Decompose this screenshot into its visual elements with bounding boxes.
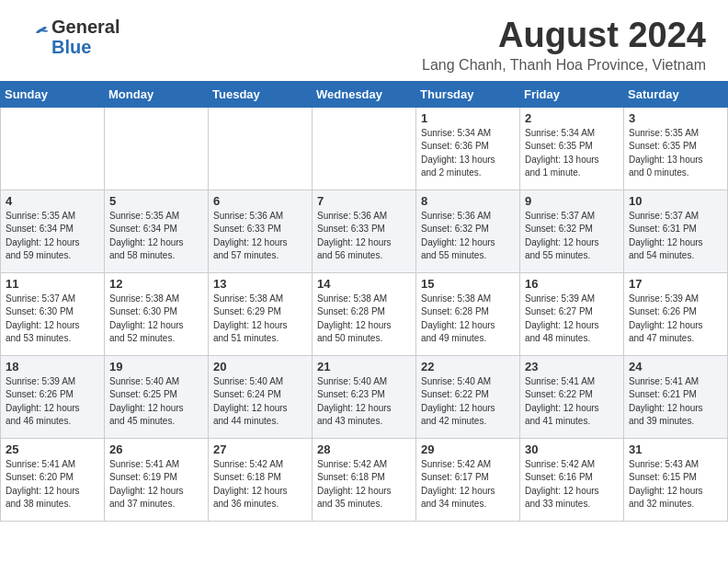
col-header-saturday: Saturday [624, 81, 728, 107]
day-info: Sunrise: 5:36 AM Sunset: 6:33 PM Dayligh… [317, 211, 392, 261]
day-number: 1 [421, 111, 515, 125]
col-header-friday: Friday [520, 81, 624, 107]
day-number: 18 [6, 360, 99, 373]
day-cell: 15Sunrise: 5:38 AM Sunset: 6:28 PM Dayli… [416, 272, 520, 355]
calendar-table: SundayMondayTuesdayWednesdayThursdayFrid… [0, 81, 728, 522]
day-cell: 22Sunrise: 5:40 AM Sunset: 6:22 PM Dayli… [416, 355, 520, 438]
day-cell: 6Sunrise: 5:36 AM Sunset: 6:33 PM Daylig… [209, 190, 313, 272]
day-info: Sunrise: 5:34 AM Sunset: 6:36 PM Dayligh… [421, 128, 495, 178]
day-cell: 9Sunrise: 5:37 AM Sunset: 6:32 PM Daylig… [520, 190, 624, 272]
col-header-tuesday: Tuesday [209, 81, 313, 107]
logo-blue: Blue [51, 37, 119, 57]
day-cell: 4Sunrise: 5:35 AM Sunset: 6:34 PM Daylig… [1, 190, 105, 272]
col-header-sunday: Sunday [1, 81, 105, 107]
day-number: 24 [629, 360, 722, 373]
day-cell [1, 107, 105, 190]
day-cell [209, 107, 313, 190]
day-cell: 30Sunrise: 5:42 AM Sunset: 6:16 PM Dayli… [520, 438, 624, 521]
day-info: Sunrise: 5:42 AM Sunset: 6:18 PM Dayligh… [317, 459, 392, 510]
day-info: Sunrise: 5:41 AM Sunset: 6:22 PM Dayligh… [525, 376, 599, 427]
day-cell: 16Sunrise: 5:39 AM Sunset: 6:27 PM Dayli… [520, 272, 624, 355]
page-header: General Blue August 2024 Lang Chanh, Tha… [0, 0, 728, 81]
week-row-2: 4Sunrise: 5:35 AM Sunset: 6:34 PM Daylig… [1, 190, 728, 272]
logo-text: General Blue [51, 17, 119, 57]
day-cell: 10Sunrise: 5:37 AM Sunset: 6:31 PM Dayli… [624, 190, 728, 272]
day-number: 9 [525, 194, 619, 208]
day-cell: 5Sunrise: 5:35 AM Sunset: 6:34 PM Daylig… [105, 190, 209, 272]
day-info: Sunrise: 5:41 AM Sunset: 6:19 PM Dayligh… [109, 459, 184, 510]
day-number: 19 [109, 360, 203, 373]
day-number: 28 [317, 442, 411, 456]
col-header-wednesday: Wednesday [313, 81, 416, 107]
day-cell: 19Sunrise: 5:40 AM Sunset: 6:25 PM Dayli… [105, 355, 209, 438]
week-row-3: 11Sunrise: 5:37 AM Sunset: 6:30 PM Dayli… [1, 272, 728, 355]
day-number: 11 [6, 277, 99, 291]
day-info: Sunrise: 5:41 AM Sunset: 6:20 PM Dayligh… [6, 459, 80, 510]
day-cell: 28Sunrise: 5:42 AM Sunset: 6:18 PM Dayli… [313, 438, 416, 521]
title-block: August 2024 Lang Chanh, Thanh Hoa Provin… [422, 17, 706, 74]
day-info: Sunrise: 5:39 AM Sunset: 6:26 PM Dayligh… [629, 293, 703, 344]
calendar-header-row: SundayMondayTuesdayWednesdayThursdayFrid… [1, 81, 728, 107]
day-number: 30 [525, 442, 619, 456]
day-number: 10 [629, 194, 722, 208]
day-info: Sunrise: 5:40 AM Sunset: 6:23 PM Dayligh… [317, 376, 392, 427]
day-info: Sunrise: 5:37 AM Sunset: 6:32 PM Dayligh… [525, 211, 599, 261]
day-cell: 7Sunrise: 5:36 AM Sunset: 6:33 PM Daylig… [313, 190, 416, 272]
day-info: Sunrise: 5:35 AM Sunset: 6:34 PM Dayligh… [6, 211, 80, 261]
day-number: 12 [109, 277, 203, 291]
day-number: 5 [109, 194, 203, 208]
day-cell: 3Sunrise: 5:35 AM Sunset: 6:35 PM Daylig… [624, 107, 728, 190]
month-year: August 2024 [422, 17, 706, 55]
day-info: Sunrise: 5:40 AM Sunset: 6:22 PM Dayligh… [421, 376, 495, 427]
day-info: Sunrise: 5:41 AM Sunset: 6:21 PM Dayligh… [629, 376, 703, 427]
day-info: Sunrise: 5:38 AM Sunset: 6:28 PM Dayligh… [317, 293, 392, 344]
day-info: Sunrise: 5:37 AM Sunset: 6:30 PM Dayligh… [6, 293, 80, 344]
day-info: Sunrise: 5:34 AM Sunset: 6:35 PM Dayligh… [525, 128, 599, 178]
day-cell [105, 107, 209, 190]
day-number: 15 [421, 277, 515, 291]
day-number: 22 [421, 360, 515, 373]
day-cell: 11Sunrise: 5:37 AM Sunset: 6:30 PM Dayli… [1, 272, 105, 355]
day-cell: 26Sunrise: 5:41 AM Sunset: 6:19 PM Dayli… [105, 438, 209, 521]
day-info: Sunrise: 5:39 AM Sunset: 6:26 PM Dayligh… [6, 376, 80, 427]
day-number: 14 [317, 277, 411, 291]
day-cell: 25Sunrise: 5:41 AM Sunset: 6:20 PM Dayli… [1, 438, 105, 521]
day-number: 31 [629, 442, 722, 456]
day-number: 26 [109, 442, 203, 456]
day-cell: 27Sunrise: 5:42 AM Sunset: 6:18 PM Dayli… [209, 438, 313, 521]
day-cell: 18Sunrise: 5:39 AM Sunset: 6:26 PM Dayli… [1, 355, 105, 438]
day-info: Sunrise: 5:40 AM Sunset: 6:25 PM Dayligh… [109, 376, 184, 427]
day-info: Sunrise: 5:40 AM Sunset: 6:24 PM Dayligh… [213, 376, 288, 427]
week-row-4: 18Sunrise: 5:39 AM Sunset: 6:26 PM Dayli… [1, 355, 728, 438]
day-info: Sunrise: 5:35 AM Sunset: 6:35 PM Dayligh… [629, 128, 703, 178]
col-header-monday: Monday [105, 81, 209, 107]
day-number: 29 [421, 442, 515, 456]
day-number: 4 [6, 194, 99, 208]
day-cell: 29Sunrise: 5:42 AM Sunset: 6:17 PM Dayli… [416, 438, 520, 521]
day-cell: 24Sunrise: 5:41 AM Sunset: 6:21 PM Dayli… [624, 355, 728, 438]
day-number: 6 [213, 194, 307, 208]
day-info: Sunrise: 5:38 AM Sunset: 6:29 PM Dayligh… [213, 293, 288, 344]
location: Lang Chanh, Thanh Hoa Province, Vietnam [422, 57, 706, 74]
day-cell: 31Sunrise: 5:43 AM Sunset: 6:15 PM Dayli… [624, 438, 728, 521]
week-row-5: 25Sunrise: 5:41 AM Sunset: 6:20 PM Dayli… [1, 438, 728, 521]
day-info: Sunrise: 5:39 AM Sunset: 6:27 PM Dayligh… [525, 293, 599, 344]
day-cell: 13Sunrise: 5:38 AM Sunset: 6:29 PM Dayli… [209, 272, 313, 355]
day-cell: 21Sunrise: 5:40 AM Sunset: 6:23 PM Dayli… [313, 355, 416, 438]
day-info: Sunrise: 5:42 AM Sunset: 6:16 PM Dayligh… [525, 459, 599, 510]
day-number: 13 [213, 277, 307, 291]
day-number: 17 [629, 277, 722, 291]
day-cell: 1Sunrise: 5:34 AM Sunset: 6:36 PM Daylig… [416, 107, 520, 190]
day-number: 23 [525, 360, 619, 373]
day-number: 16 [525, 277, 619, 291]
logo: General Blue [22, 17, 119, 57]
day-number: 8 [421, 194, 515, 208]
logo-icon [22, 23, 50, 51]
day-number: 21 [317, 360, 411, 373]
day-cell: 12Sunrise: 5:38 AM Sunset: 6:30 PM Dayli… [105, 272, 209, 355]
day-info: Sunrise: 5:36 AM Sunset: 6:32 PM Dayligh… [421, 211, 495, 261]
day-info: Sunrise: 5:42 AM Sunset: 6:18 PM Dayligh… [213, 459, 288, 510]
day-cell: 14Sunrise: 5:38 AM Sunset: 6:28 PM Dayli… [313, 272, 416, 355]
day-number: 20 [213, 360, 307, 373]
day-cell: 17Sunrise: 5:39 AM Sunset: 6:26 PM Dayli… [624, 272, 728, 355]
